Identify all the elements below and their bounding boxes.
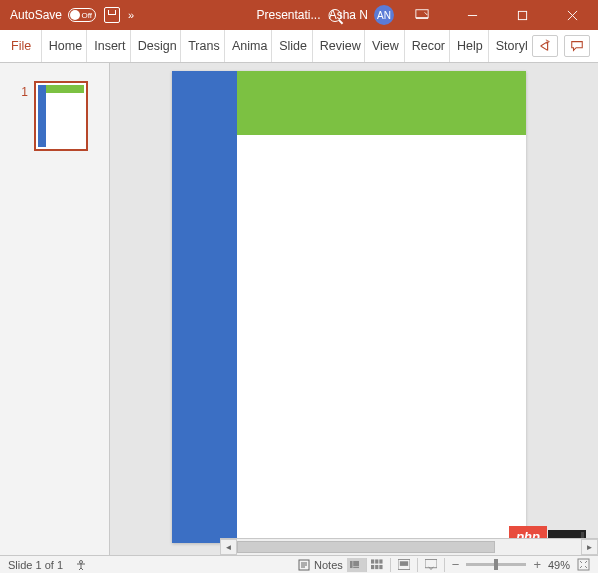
horizontal-scrollbar[interactable]: ◄ ► [220,538,598,555]
tab-label: Help [457,39,483,53]
zoom-slider[interactable] [466,563,526,566]
slide[interactable] [172,71,526,543]
svg-rect-16 [371,565,374,569]
green-rectangle-shape[interactable] [237,71,526,135]
tab-record[interactable]: Recor [404,30,449,62]
close-button[interactable] [550,0,594,30]
tab-label: View [372,39,399,53]
svg-rect-11 [353,561,359,566]
ribbon-tabs: File Home Insert Design Trans Anima Slid… [0,30,598,63]
tab-design[interactable]: Design [130,30,180,62]
tab-animations[interactable]: Anima [224,30,271,62]
autosave-state: Off [82,9,93,22]
reading-view-button[interactable] [398,558,418,572]
tab-transitions[interactable]: Trans [180,30,224,62]
qat-overflow-icon[interactable]: » [128,9,132,21]
svg-rect-2 [518,11,526,19]
autosave-label: AutoSave [10,8,62,22]
thumbnail-item[interactable]: 1 [21,81,88,555]
tab-label: Insert [94,39,125,53]
tab-file[interactable]: File [0,30,41,62]
svg-rect-18 [379,565,382,569]
accessibility-button[interactable] [75,559,87,571]
thumbnail-panel[interactable]: 1 [0,63,110,555]
search-icon[interactable] [329,9,342,22]
maximize-button[interactable] [500,0,544,30]
share-button[interactable] [532,35,558,57]
thumb-green-shape [46,85,84,93]
tab-label: Slide [279,39,307,53]
save-icon[interactable] [104,7,120,23]
tab-view[interactable]: View [364,30,404,62]
notes-label: Notes [314,559,343,571]
svg-rect-10 [350,561,353,568]
status-bar: Slide 1 of 1 Notes − + 49% [0,555,598,573]
statusbar-right: Notes − + 49% [298,557,590,572]
scroll-track[interactable] [237,539,581,555]
titlebar-right: Asha N AN [329,0,598,30]
title-bar: AutoSave Off » Presentati... Asha N AN [0,0,598,30]
tab-label: File [11,39,31,53]
svg-rect-17 [375,565,378,569]
ribbon-display-options-icon[interactable] [400,0,444,30]
tab-label: Anima [232,39,267,53]
user-initials: AN [377,10,391,21]
tab-label: Review [320,39,361,53]
comments-button[interactable] [564,35,590,57]
tab-review[interactable]: Review [312,30,364,62]
tab-insert[interactable]: Insert [86,30,130,62]
autosave-toggle[interactable]: AutoSave Off [10,8,96,22]
svg-rect-20 [400,561,408,566]
svg-rect-12 [353,567,359,568]
tab-label: Recor [412,39,445,53]
tab-label: Storyl [496,39,528,53]
tab-home[interactable]: Home [41,30,86,62]
scroll-left-button[interactable]: ◄ [220,539,237,555]
titlebar-left: AutoSave Off » [0,7,132,23]
svg-rect-14 [375,559,378,563]
zoom-out-button[interactable]: − [452,557,460,572]
tab-label: Design [138,39,177,53]
svg-point-5 [80,560,83,563]
svg-rect-21 [425,559,437,567]
svg-rect-15 [379,559,382,563]
document-title[interactable]: Presentati... [256,8,320,22]
titlebar-center: Presentati... [256,8,341,22]
minimize-button[interactable] [450,0,494,30]
slide-number: 1 [21,81,28,555]
zoom-in-button[interactable]: + [533,557,541,572]
fit-to-window-icon[interactable] [577,558,590,571]
tab-help[interactable]: Help [449,30,488,62]
notes-button[interactable]: Notes [298,559,343,571]
slide-canvas[interactable]: php ◄ ► [110,63,598,555]
tab-slideshow[interactable]: Slide [271,30,312,62]
svg-rect-22 [578,559,589,570]
user-avatar[interactable]: AN [374,5,394,25]
tab-label: Home [49,39,82,53]
svg-rect-13 [371,559,374,563]
slide-thumbnail[interactable] [34,81,88,151]
toggle-switch-icon: Off [68,8,96,22]
slideshow-view-button[interactable] [425,558,445,572]
slide-sorter-view-button[interactable] [371,558,391,572]
scroll-right-button[interactable]: ► [581,539,598,555]
thumb-blue-shape [38,85,46,147]
blue-rectangle-shape[interactable] [172,71,237,543]
ribbon-right-controls [532,30,598,62]
workspace: 1 php ◄ ► [0,63,598,555]
normal-view-button[interactable] [347,558,367,572]
slide-indicator[interactable]: Slide 1 of 1 [8,559,63,571]
scroll-thumb[interactable] [237,541,495,553]
tab-storyline[interactable]: Storyl [488,30,532,62]
zoom-value[interactable]: 49% [548,559,570,571]
tab-label: Trans [188,39,220,53]
